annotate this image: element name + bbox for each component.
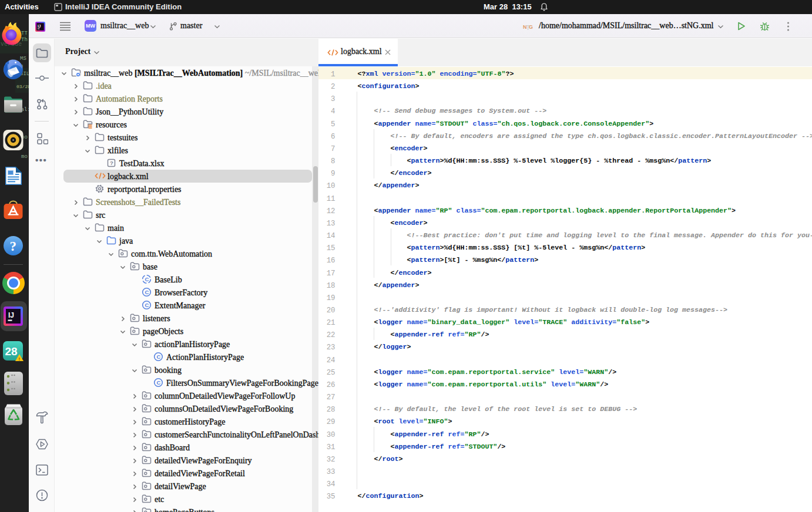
svg-text:C: C bbox=[145, 289, 149, 295]
svg-text:C: C bbox=[145, 276, 149, 282]
svg-text:G: G bbox=[529, 24, 533, 30]
svg-text:IJ: IJ bbox=[38, 24, 41, 28]
svg-text:?: ? bbox=[110, 160, 113, 166]
svg-text:28: 28 bbox=[5, 345, 18, 358]
svg-text:C: C bbox=[145, 302, 149, 308]
svg-text:?: ? bbox=[10, 239, 17, 254]
svg-text:C: C bbox=[157, 353, 161, 360]
svg-text:C: C bbox=[157, 379, 161, 386]
svg-text:!: ! bbox=[19, 356, 21, 362]
svg-text:IJ: IJ bbox=[8, 311, 14, 319]
